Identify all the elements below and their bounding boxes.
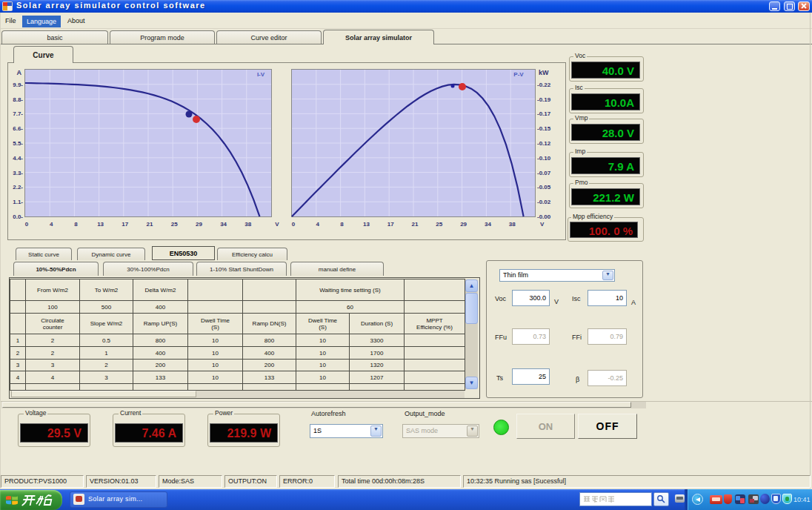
svg-text:25: 25 — [436, 221, 442, 228]
svg-text:17: 17 — [387, 221, 394, 228]
svg-text:13: 13 — [363, 221, 370, 228]
svg-text:21: 21 — [147, 221, 153, 228]
svg-text:-0.05: -0.05 — [537, 184, 551, 191]
svg-text:34: 34 — [485, 221, 491, 228]
svg-text:-0.10: -0.10 — [537, 155, 551, 162]
svg-text:0.0-: 0.0- — [13, 213, 23, 220]
svg-text:25: 25 — [171, 221, 178, 228]
svg-text:I-V: I-V — [257, 71, 265, 78]
svg-text:-0.17: -0.17 — [537, 110, 551, 117]
svg-text:0: 0 — [292, 221, 296, 228]
svg-text:2.2-: 2.2- — [13, 184, 23, 191]
svg-text:V: V — [275, 221, 279, 228]
svg-text:4: 4 — [50, 221, 53, 228]
svg-text:8: 8 — [340, 221, 344, 228]
svg-text:-0.22: -0.22 — [537, 82, 551, 88]
svg-text:34: 34 — [220, 221, 227, 228]
svg-text:A: A — [17, 69, 22, 76]
svg-text:V: V — [540, 221, 545, 228]
svg-text:-0.02: -0.02 — [537, 199, 551, 205]
svg-text:29: 29 — [196, 221, 202, 228]
svg-text:8: 8 — [74, 221, 78, 228]
svg-text:17: 17 — [122, 221, 128, 228]
svg-text:4: 4 — [316, 221, 320, 228]
svg-text:29: 29 — [460, 221, 467, 228]
svg-text:5.5-: 5.5- — [13, 140, 23, 147]
svg-text:-0.15: -0.15 — [537, 125, 551, 132]
svg-text:8.8-: 8.8- — [13, 96, 23, 103]
svg-text:kW: kW — [539, 69, 549, 76]
svg-text:38: 38 — [509, 221, 516, 228]
svg-text:-0.00: -0.00 — [537, 213, 551, 220]
svg-text:1.1-: 1.1- — [13, 199, 23, 205]
svg-text:13: 13 — [97, 221, 104, 228]
svg-text:6.6-: 6.6- — [13, 125, 23, 132]
svg-text:-0.12: -0.12 — [537, 140, 551, 147]
svg-text:-0.07: -0.07 — [537, 170, 551, 176]
svg-text:7.7-: 7.7- — [13, 110, 23, 117]
svg-text:3.3-: 3.3- — [13, 170, 23, 176]
svg-text:-0.19: -0.19 — [537, 96, 551, 103]
svg-text:0: 0 — [25, 221, 29, 228]
svg-text:21: 21 — [412, 221, 419, 228]
svg-text:4.4-: 4.4- — [13, 155, 23, 162]
svg-text:P-V: P-V — [513, 71, 524, 78]
svg-text:38: 38 — [244, 221, 251, 228]
svg-text:9.9-: 9.9- — [13, 82, 23, 88]
